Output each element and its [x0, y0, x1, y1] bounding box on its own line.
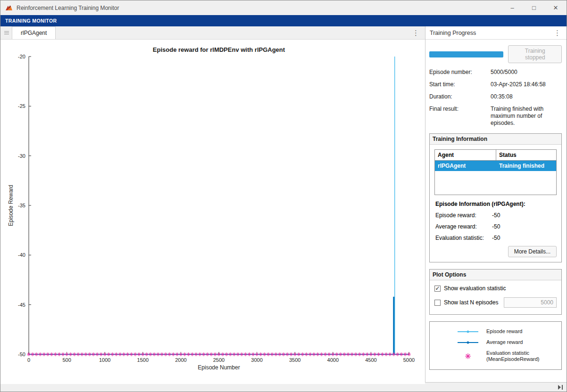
tabstrip-grip-icon[interactable]	[4, 31, 9, 32]
show-last-n-label: Show last N episodes	[444, 299, 498, 306]
titlebar: Reinforcement Learning Training Monitor …	[0, 0, 567, 15]
start-time-value: 03-Apr-2025 18:46:58	[491, 81, 562, 88]
episode-reward-plot: Episode reward for rlMDPEnv with rlPGAge…	[0, 40, 425, 382]
show-eval-row: ✓ Show evaluation statistic	[434, 285, 557, 292]
duration-value: 00:35:08	[491, 93, 562, 100]
table-header-row: Agent Status	[435, 150, 556, 161]
field-label: Duration:	[429, 93, 491, 100]
panel-body: Training stopped Episode number: 5000/50…	[425, 40, 567, 382]
stat-row: Episode reward: -50	[434, 212, 557, 219]
svg-text:Episode reward for rlMDPEnv wi: Episode reward for rlMDPEnv with rlPGAge…	[153, 46, 285, 53]
training-information-title: Training Information	[430, 134, 561, 145]
svg-text:2500: 2500	[213, 357, 225, 363]
plot-options-body: ✓ Show evaluation statistic Show last N …	[430, 280, 561, 314]
document-menu-kebab-icon[interactable]: ⋮	[407, 29, 425, 36]
agent-status-table: Agent Status rlPGAgent Training finished	[434, 149, 557, 195]
svg-text:4500: 4500	[365, 357, 376, 363]
legend-item: Episode reward	[453, 328, 558, 335]
svg-text:-25: -25	[18, 103, 25, 109]
status-cell: Training finished	[496, 161, 556, 171]
panel-title: Training Progress	[430, 30, 476, 36]
column-header-status: Status	[496, 150, 556, 161]
svg-text:-50: -50	[18, 351, 25, 357]
svg-text:-40: -40	[18, 252, 25, 258]
svg-text:-30: -30	[18, 153, 25, 159]
average-reward-value: -50	[492, 223, 557, 230]
panel-menu-kebab-icon[interactable]: ⋮	[548, 29, 567, 36]
table-row[interactable]: rlPGAgent Training finished	[435, 161, 556, 171]
svg-text:2000: 2000	[175, 357, 186, 363]
svg-text:4000: 4000	[327, 357, 339, 363]
training-information-body: Agent Status rlPGAgent Training finished…	[430, 145, 561, 262]
legend-item: Average reward	[453, 339, 558, 346]
matlab-app-icon	[5, 4, 13, 12]
window-controls: – □ ✕	[501, 0, 567, 15]
show-eval-label: Show evaluation statistic	[444, 285, 506, 292]
svg-text:1000: 1000	[99, 357, 110, 363]
expand-panel-icon[interactable]	[558, 385, 564, 390]
column-header-agent: Agent	[435, 150, 496, 161]
legend-item: Evaluation statistic (MeanEpisodeReward)	[453, 350, 558, 363]
stat-row: Average reward: -50	[434, 223, 557, 230]
training-progress-panel: Training Progress ⋮ Training stopped Epi…	[425, 26, 567, 382]
episode-reward-value: -50	[492, 212, 557, 219]
tab-rlpgagent[interactable]: rlPGAgent	[12, 26, 56, 39]
average-reward-line-icon	[453, 342, 483, 343]
ribbon: TRAINING MONITOR	[0, 15, 567, 26]
ribbon-tab-training-monitor[interactable]: TRAINING MONITOR	[5, 18, 57, 24]
summary-fields: Episode number: 5000/5000 Start time: 03…	[429, 69, 562, 127]
training-information-group: Training Information Agent Status rlPGAg…	[429, 133, 562, 262]
episode-reward-chart: Episode reward for rlMDPEnv with rlPGAge…	[0, 40, 425, 384]
window-title: Reinforcement Learning Training Monitor	[17, 5, 119, 11]
stat-label: Average reward:	[435, 223, 492, 230]
training-progress-bar	[429, 51, 503, 57]
field-label: Start time:	[429, 81, 491, 88]
field-label: Episode number:	[429, 69, 491, 75]
more-details-button[interactable]: More Details...	[508, 246, 557, 257]
svg-text:-45: -45	[18, 302, 25, 308]
progress-fill	[429, 51, 503, 57]
evaluation-statistic-value: -50	[492, 235, 557, 241]
legend-label: Episode reward	[486, 328, 522, 335]
stat-row: Evaluation statistic: -50	[434, 235, 557, 241]
legend: Episode reward Average reward	[429, 321, 562, 370]
panel-header: Training Progress ⋮	[425, 26, 567, 40]
svg-text:5000: 5000	[403, 357, 415, 363]
svg-text:-35: -35	[18, 203, 25, 208]
svg-text:Episode Reward: Episode Reward	[8, 185, 14, 226]
last-n-episodes-input	[504, 297, 557, 308]
field-label: Final result:	[429, 106, 491, 112]
agent-cell: rlPGAgent	[435, 161, 496, 171]
maximize-icon[interactable]: □	[523, 0, 545, 15]
episode-number-value: 5000/5000	[491, 69, 562, 76]
show-last-n-row: Show last N episodes	[434, 297, 557, 308]
legend-label: Average reward	[486, 339, 523, 346]
tab-label: rlPGAgent	[21, 30, 47, 36]
training-stopped-button: Training stopped	[508, 45, 562, 63]
document-area: rlPGAgent ⋮ Episode reward for rlMDPEnv …	[0, 26, 425, 382]
progress-row: Training stopped	[429, 45, 562, 63]
episode-reward-line-icon	[453, 331, 483, 332]
app-window: Reinforcement Learning Training Monitor …	[0, 0, 567, 392]
svg-text:-20: -20	[18, 54, 25, 59]
legend-label: Evaluation statistic (MeanEpisodeReward)	[486, 350, 557, 363]
plot-options-title: Plot Options	[430, 270, 561, 280]
episode-information-title: Episode Information (rlPGAgent):	[434, 201, 557, 207]
show-eval-checkbox[interactable]: ✓	[434, 286, 441, 292]
svg-text:1500: 1500	[137, 357, 149, 363]
show-last-n-checkbox[interactable]	[434, 300, 441, 306]
table-empty-area	[435, 171, 556, 195]
stat-label: Evaluation statistic:	[435, 235, 492, 241]
minimize-icon[interactable]: –	[501, 0, 523, 15]
svg-text:Episode Number: Episode Number	[198, 364, 240, 371]
svg-text:500: 500	[62, 357, 71, 363]
stat-label: Episode reward:	[435, 212, 492, 219]
svg-text:0: 0	[27, 357, 30, 363]
evaluation-statistic-asterisk-icon	[453, 352, 483, 360]
document-tabstrip: rlPGAgent ⋮	[0, 26, 425, 40]
close-icon[interactable]: ✕	[545, 0, 567, 15]
plot-options-group: Plot Options ✓ Show evaluation statistic…	[429, 269, 562, 315]
svg-text:3000: 3000	[251, 357, 262, 363]
final-result-value: Training finished with maximum number of…	[491, 106, 562, 127]
main-area: rlPGAgent ⋮ Episode reward for rlMDPEnv …	[0, 26, 567, 382]
